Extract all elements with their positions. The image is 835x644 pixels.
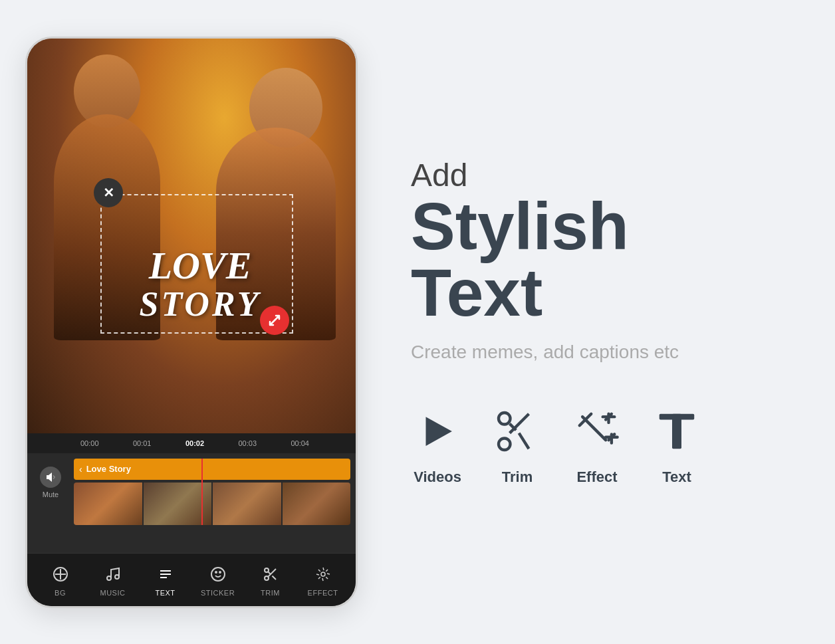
mute-icon xyxy=(40,467,61,488)
video-strip[interactable] xyxy=(74,483,350,525)
effect-icon-wrap xyxy=(570,405,624,458)
text-feature-icon xyxy=(654,408,700,455)
toolbar-item-bg[interactable]: BG xyxy=(42,562,78,597)
feature-effect: Effect xyxy=(570,405,624,486)
trim-label: TRIM xyxy=(261,589,280,597)
svg-point-3 xyxy=(107,576,111,580)
text-toolbar-icon xyxy=(154,562,178,586)
bg-icon xyxy=(49,562,72,586)
svg-rect-30 xyxy=(672,414,681,449)
phone-mockup: ✕ LOVE STORY xyxy=(25,37,358,608)
music-icon xyxy=(101,562,125,586)
timeline-content: Mute ‹ Love Story xyxy=(27,453,356,553)
svg-marker-14 xyxy=(426,417,452,447)
timeline-area: 00:00 00:01 00:02 00:03 00:04 xyxy=(27,433,356,606)
svg-line-22 xyxy=(586,414,592,420)
text-resize-handle[interactable] xyxy=(260,306,289,335)
svg-point-6 xyxy=(215,572,217,573)
ruler-mark-1: 00:01 xyxy=(133,439,152,447)
tracks-area: ‹ Love Story xyxy=(74,459,356,525)
effect-icon xyxy=(311,562,335,586)
main-container: ✕ LOVE STORY xyxy=(25,23,810,621)
videos-icon xyxy=(414,408,461,455)
trim-feature-icon xyxy=(494,408,540,455)
toolbar-item-trim[interactable]: TRIM xyxy=(252,562,289,597)
sticker-label: STICKER xyxy=(201,589,235,597)
bg-label: BG xyxy=(55,589,66,597)
music-label: MUSIC xyxy=(100,589,126,597)
bottom-toolbar: BG MUSIC xyxy=(27,553,356,606)
effect-feature-icon xyxy=(574,408,620,455)
svg-point-13 xyxy=(321,572,325,576)
resize-icon xyxy=(268,314,281,327)
feature-trim: Trim xyxy=(491,405,544,486)
subtitle: Create memes, add captions etc xyxy=(411,339,690,365)
ruler-marks: 00:00 00:01 00:02 00:03 00:04 xyxy=(80,439,309,447)
photo-background: ✕ LOVE STORY xyxy=(27,39,356,433)
effect-label-feature: Effect xyxy=(576,469,617,486)
close-icon: ✕ xyxy=(103,185,114,201)
svg-point-5 xyxy=(211,568,225,581)
mute-label: Mute xyxy=(43,490,59,498)
toolbar-item-text[interactable]: TEXT xyxy=(147,562,183,597)
add-label: Add xyxy=(411,158,810,193)
svg-line-18 xyxy=(519,433,529,449)
trim-icon xyxy=(259,562,283,586)
videos-icon-wrap xyxy=(411,405,464,458)
trim-label-feature: Trim xyxy=(502,469,533,486)
text-label-feature: Text xyxy=(662,469,691,486)
audio-track[interactable]: ‹ Love Story xyxy=(74,459,350,480)
headline: Stylish Text xyxy=(411,193,810,326)
svg-point-16 xyxy=(499,439,511,451)
playhead xyxy=(201,459,203,525)
feature-text: Text xyxy=(650,405,703,486)
ruler-mark-3: 00:03 xyxy=(238,439,257,447)
love-text: LOVE xyxy=(107,247,293,285)
timeline-ruler: 00:00 00:01 00:02 00:03 00:04 xyxy=(27,433,356,453)
videos-label: Videos xyxy=(414,469,461,486)
video-frame-3 xyxy=(213,483,281,525)
effect-label: EFFECT xyxy=(308,589,338,597)
track-back-arrow: ‹ xyxy=(79,464,82,475)
headline-line1: Stylish xyxy=(411,193,810,259)
svg-point-4 xyxy=(115,575,119,579)
mute-button[interactable]: Mute xyxy=(27,459,74,498)
toolbar-item-effect[interactable]: EFFECT xyxy=(304,562,341,597)
text-icon-wrap xyxy=(650,405,703,458)
text-close-button[interactable]: ✕ xyxy=(94,178,123,207)
video-frame-4 xyxy=(283,483,351,525)
svg-point-8 xyxy=(265,568,269,572)
toolbar-item-music[interactable]: MUSIC xyxy=(94,562,131,597)
svg-point-7 xyxy=(219,572,221,573)
ruler-mark-2: 00:02 xyxy=(185,439,204,447)
svg-point-9 xyxy=(265,576,269,580)
svg-line-17 xyxy=(510,414,529,433)
trim-icon-wrap xyxy=(491,405,544,458)
marketing-section: Add Stylish Text Create memes, add capti… xyxy=(358,158,810,486)
svg-line-11 xyxy=(272,576,276,580)
svg-line-12 xyxy=(268,572,271,574)
features-row: Videos Trim xyxy=(411,405,810,486)
text-label: TEXT xyxy=(155,589,175,597)
toolbar-item-sticker[interactable]: STICKER xyxy=(199,562,236,597)
feature-videos: Videos xyxy=(411,405,464,486)
ruler-mark-0: 00:00 xyxy=(80,439,99,447)
video-frame-1 xyxy=(74,483,142,525)
headline-line2: Text xyxy=(411,259,810,326)
audio-track-title: Love Story xyxy=(86,464,131,474)
svg-point-15 xyxy=(499,413,511,425)
phone-screen: ✕ LOVE STORY xyxy=(27,39,356,606)
ruler-mark-4: 00:04 xyxy=(291,439,309,447)
photo-area: ✕ LOVE STORY xyxy=(27,39,356,433)
sticker-icon xyxy=(206,562,230,586)
